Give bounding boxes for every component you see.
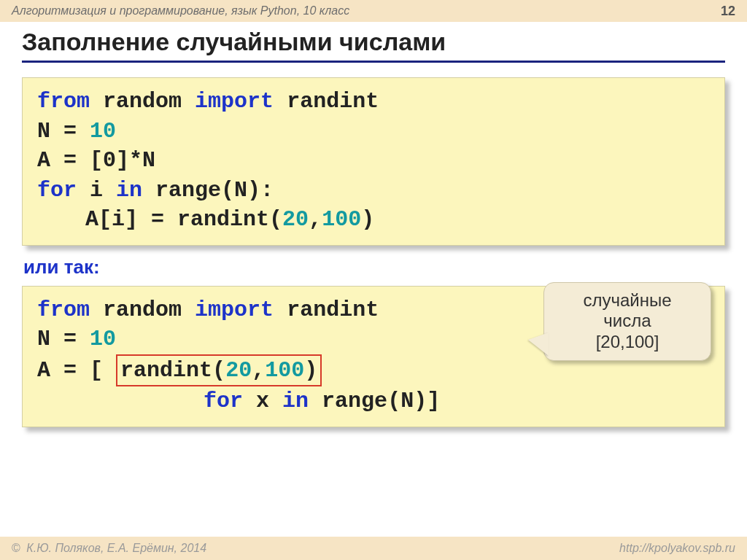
footer-url: http://kpolyakov.spb.ru: [619, 542, 735, 555]
copyright-label: © К.Ю. Поляков, Е.А. Ерёмин, 2014: [12, 542, 206, 555]
code-block-2: случайные числа [20,100] from random imp…: [22, 286, 725, 427]
code-block-1: from random import randint N = 10 A = [0…: [22, 77, 725, 246]
callout-line: [20,100]: [553, 332, 702, 353]
header-bar: Алгоритмизация и программирование, язык …: [0, 0, 747, 22]
copyright-icon: ©: [12, 542, 20, 554]
code-line: for i in range(N):: [37, 176, 710, 206]
alternative-label: или так:: [23, 256, 725, 279]
course-label: Алгоритмизация и программирование, язык …: [12, 4, 349, 18]
page-number: 12: [721, 4, 735, 19]
highlighted-expression: randint(20,100): [116, 354, 322, 387]
code-line: A[i] = randint(20,100): [37, 205, 710, 235]
keyword-from: from: [37, 89, 90, 114]
function-name: randint: [287, 89, 379, 114]
code-line: A = [0]*N: [37, 146, 710, 176]
slide-title: Заполнение случайными числами: [22, 28, 725, 63]
callout-tail-icon: [528, 332, 549, 356]
footer-bar: © К.Ю. Поляков, Е.А. Ерёмин, 2014 http:/…: [0, 537, 747, 560]
code-line: from random import randint: [37, 87, 710, 117]
slide-content: Заполнение случайными числами from rando…: [0, 22, 747, 427]
callout-line: числа: [553, 311, 702, 332]
callout-bubble: случайные числа [20,100]: [543, 282, 711, 361]
code-line: for x in range(N)]: [37, 386, 710, 416]
keyword-import: import: [195, 89, 274, 114]
code-line: N = 10: [37, 117, 710, 147]
callout-line: случайные: [553, 290, 702, 311]
